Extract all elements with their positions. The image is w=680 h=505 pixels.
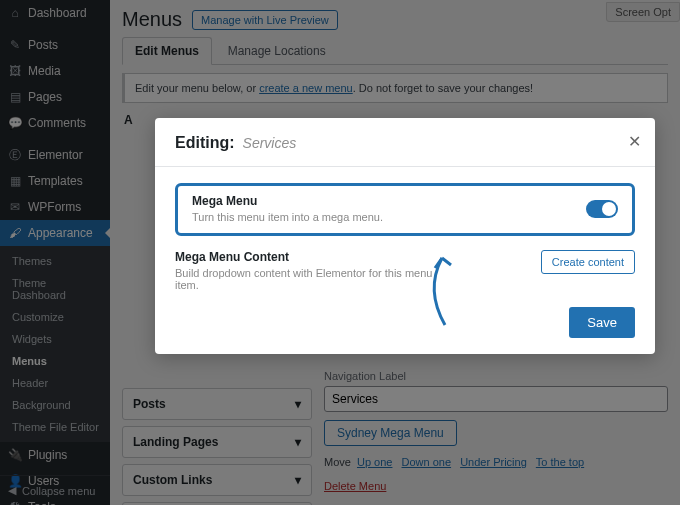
mega-menu-option: Mega Menu Turn this menu item into a meg… [175, 183, 635, 236]
mega-menu-modal: Editing: Services ✕ Mega Menu Turn this … [155, 118, 655, 354]
mega-menu-desc: Turn this menu item into a mega menu. [192, 211, 383, 223]
modal-header: Editing: Services ✕ [155, 118, 655, 166]
save-button[interactable]: Save [569, 307, 635, 338]
mega-menu-content-option: Mega Menu Content Build dropdown content… [175, 250, 635, 291]
mega-content-title: Mega Menu Content [175, 250, 445, 264]
create-content-button[interactable]: Create content [541, 250, 635, 274]
modal-body: Mega Menu Turn this menu item into a meg… [155, 167, 655, 297]
mega-menu-title: Mega Menu [192, 194, 383, 208]
modal-subject: Services [243, 135, 297, 151]
modal-heading: Editing: [175, 134, 235, 152]
close-icon[interactable]: ✕ [628, 132, 641, 151]
modal-footer: Save [155, 297, 655, 354]
mega-menu-toggle[interactable] [586, 200, 618, 218]
mega-content-desc: Build dropdown content with Elementor fo… [175, 267, 445, 291]
